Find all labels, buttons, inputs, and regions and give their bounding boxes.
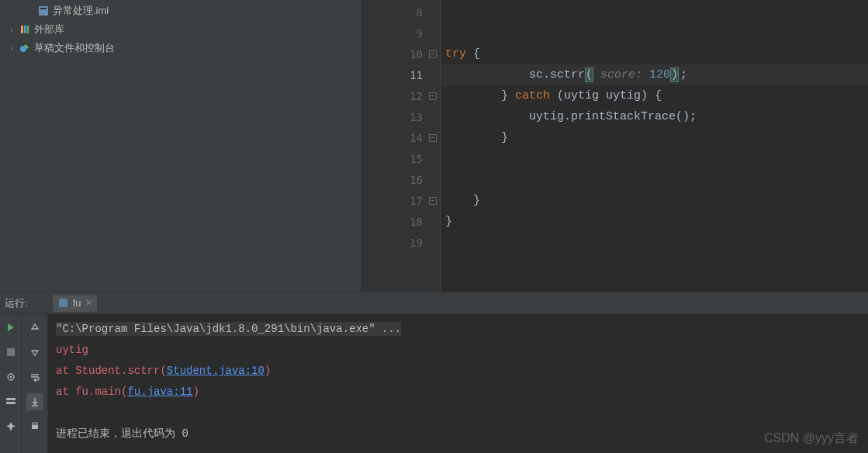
- line-number[interactable]: 12−: [361, 85, 440, 106]
- tree-label: 草稿文件和控制台: [34, 41, 115, 55]
- code-line[interactable]: try {: [441, 43, 868, 64]
- line-number[interactable]: 14−: [361, 127, 440, 148]
- scratch-icon: [19, 42, 31, 54]
- library-icon: [19, 23, 31, 36]
- svg-rect-13: [33, 423, 37, 425]
- debug-tools-button[interactable]: [2, 368, 19, 386]
- chevron-right-icon: ›: [8, 26, 16, 34]
- line-number[interactable]: 18: [361, 211, 440, 232]
- close-icon[interactable]: ✕: [85, 298, 92, 308]
- down-button[interactable]: [26, 344, 43, 361]
- line-number[interactable]: 19: [361, 232, 440, 253]
- pin-button[interactable]: [2, 418, 19, 435]
- run-config-icon: [57, 297, 70, 309]
- line-number[interactable]: 13: [361, 106, 440, 127]
- project-tree[interactable]: 异常处理.iml › 外部库 › 草稿文件和控制台: [0, 0, 361, 292]
- code-line[interactable]: }: [441, 190, 868, 211]
- fold-marker-icon[interactable]: −: [429, 197, 437, 205]
- code-line[interactable]: } catch (uytig uytig) {: [441, 85, 868, 106]
- svg-rect-0: [39, 6, 48, 16]
- line-number[interactable]: 9: [361, 22, 440, 43]
- fold-marker-icon[interactable]: −: [429, 50, 437, 58]
- svg-rect-2: [21, 26, 23, 33]
- console-stacktrace: at Student.sctrr(Student.java:10): [56, 361, 860, 382]
- chevron-right-icon: ›: [8, 44, 16, 53]
- fold-marker-icon[interactable]: −: [429, 92, 437, 100]
- code-line[interactable]: [441, 22, 868, 43]
- run-toolbar-secondary: [22, 314, 48, 453]
- print-button[interactable]: [26, 418, 43, 435]
- svg-rect-4: [27, 26, 29, 33]
- stacktrace-link[interactable]: Student.java:10: [167, 365, 265, 377]
- console-output[interactable]: "C:\Program Files\Java\jdk1.8.0_291\bin\…: [48, 314, 868, 453]
- svg-rect-3: [24, 26, 26, 33]
- run-label: 运行:: [5, 296, 28, 310]
- code-editor[interactable]: 8 9 10− 11 12− 13 14− 15 16 17− 18 19 tr…: [361, 0, 868, 292]
- code-line[interactable]: [441, 169, 868, 190]
- svg-rect-10: [6, 398, 16, 400]
- code-line[interactable]: [441, 232, 868, 253]
- line-number[interactable]: 15: [361, 148, 440, 169]
- run-header: 运行: fu ✕: [0, 292, 868, 314]
- svg-rect-7: [7, 348, 15, 356]
- tree-label: 外部库: [34, 22, 64, 36]
- tree-item-iml[interactable]: 异常处理.iml: [0, 2, 361, 20]
- console-command: "C:\Program Files\Java\jdk1.8.0_291\bin\…: [56, 322, 401, 336]
- stop-button[interactable]: [2, 344, 19, 361]
- svg-rect-12: [32, 425, 38, 429]
- console-exit: 进程已结束，退出代码为 0: [56, 424, 860, 444]
- up-button[interactable]: [26, 319, 43, 336]
- svg-rect-11: [6, 402, 16, 404]
- stacktrace-link[interactable]: fu.java:11: [127, 386, 192, 398]
- svg-rect-6: [59, 299, 67, 307]
- line-number[interactable]: 8: [361, 2, 440, 22]
- code-line[interactable]: [441, 148, 868, 169]
- line-number[interactable]: 11: [361, 64, 440, 85]
- tree-item-scratches[interactable]: › 草稿文件和控制台: [0, 39, 361, 57]
- scroll-to-end-button[interactable]: [26, 393, 43, 410]
- run-toolbar-primary: [0, 314, 22, 453]
- fold-marker-icon[interactable]: −: [429, 134, 437, 142]
- watermark: CSDN @yyy言者: [764, 431, 859, 447]
- editor-gutter[interactable]: 8 9 10− 11 12− 13 14− 15 16 17− 18 19: [361, 0, 441, 292]
- module-file-icon: [37, 5, 50, 17]
- line-number[interactable]: 16: [361, 169, 440, 190]
- tree-item-external-libs[interactable]: › 外部库: [0, 20, 361, 39]
- svg-rect-1: [40, 8, 47, 9]
- svg-point-9: [9, 376, 12, 379]
- soft-wrap-button[interactable]: [26, 368, 43, 386]
- code-line[interactable]: }: [441, 211, 868, 232]
- code-line[interactable]: uytig.printStackTrace();: [441, 106, 868, 127]
- console-exception: uytig: [56, 340, 860, 361]
- console-stacktrace: at fu.main(fu.java:11): [56, 382, 860, 403]
- code-line[interactable]: [441, 2, 868, 22]
- code-content[interactable]: try { sc.sctrr( score: 120); } catch (uy…: [441, 0, 868, 292]
- run-tab-label: fu: [73, 297, 81, 309]
- line-number[interactable]: 10−: [361, 43, 440, 64]
- line-number[interactable]: 17−: [361, 190, 440, 211]
- run-panel: 运行: fu ✕: [0, 292, 868, 453]
- rerun-button[interactable]: [2, 319, 19, 336]
- run-tab[interactable]: fu ✕: [53, 295, 98, 312]
- code-line[interactable]: sc.sctrr( score: 120);: [441, 64, 868, 85]
- code-line[interactable]: }: [441, 127, 868, 148]
- tree-label: 异常处理.iml: [53, 4, 109, 18]
- layout-button[interactable]: [2, 393, 19, 410]
